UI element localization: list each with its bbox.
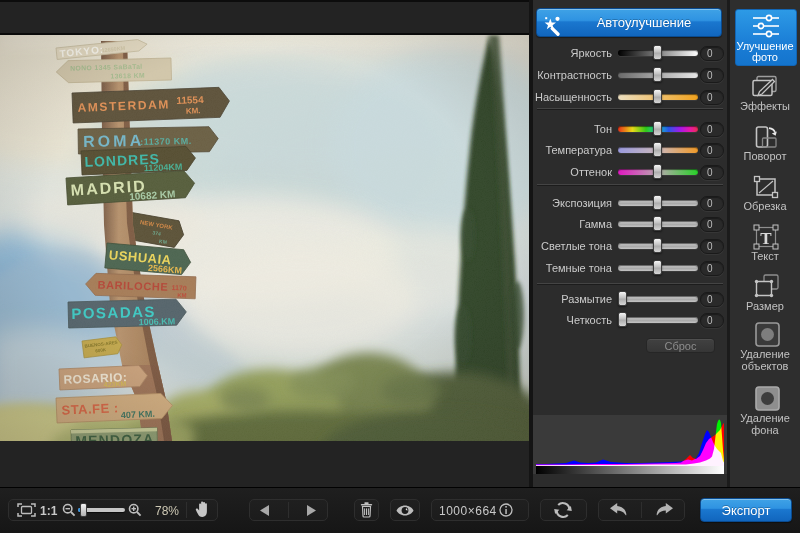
svg-text:T: T [760, 229, 772, 248]
